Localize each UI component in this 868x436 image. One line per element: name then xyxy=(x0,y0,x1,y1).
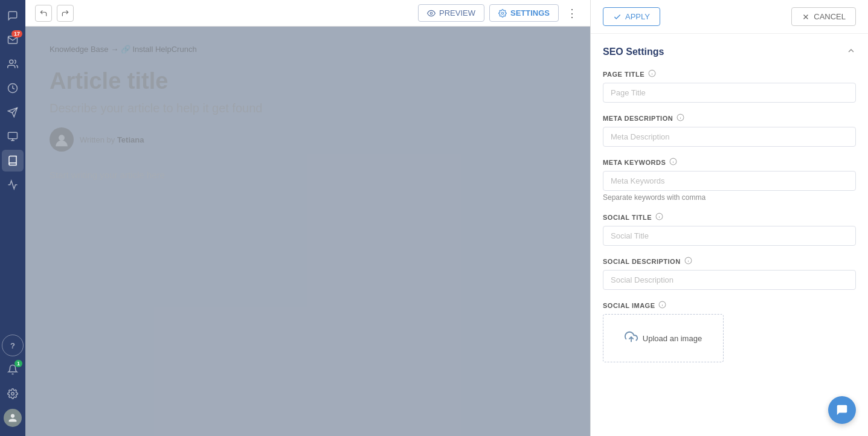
chat-support-button[interactable] xyxy=(828,396,856,424)
sidebar-icon-settings[interactable] xyxy=(2,383,24,405)
upload-label: Upload an image xyxy=(643,334,702,343)
inbox-badge: 17 xyxy=(11,30,22,37)
page-title-input[interactable] xyxy=(603,83,856,103)
collapse-icon[interactable] xyxy=(846,46,856,57)
sidebar-icon-notifications[interactable]: 1 xyxy=(2,359,24,380)
cancel-button[interactable]: CANCEL xyxy=(791,7,856,26)
meta-description-label: META DESCRIPTION xyxy=(603,114,856,123)
meta-description-help-icon[interactable] xyxy=(677,114,684,123)
meta-keywords-field-group: META KEYWORDS Separate keywords with com… xyxy=(603,158,856,202)
seo-section-title: SEO Settings xyxy=(603,46,856,57)
svg-rect-4 xyxy=(8,132,18,139)
sidebar-icon-inbox[interactable]: 17 xyxy=(2,29,24,51)
sidebar-icon-send[interactable] xyxy=(2,101,24,123)
social-title-label: SOCIAL TITLE xyxy=(603,213,856,222)
topbar-actions: PREVIEW SETTINGS xyxy=(418,4,559,22)
sidebar-icon-monitor[interactable] xyxy=(2,126,24,147)
meta-keywords-label: META KEYWORDS xyxy=(603,158,856,167)
svg-point-8 xyxy=(430,12,432,14)
social-description-field-group: SOCIAL DESCRIPTION xyxy=(603,257,856,290)
sidebar-icon-activity[interactable] xyxy=(2,174,24,196)
meta-keywords-input[interactable] xyxy=(603,171,856,191)
social-title-help-icon[interactable] xyxy=(655,213,663,222)
meta-description-input[interactable] xyxy=(603,127,856,147)
sidebar-icon-chat[interactable] xyxy=(2,5,24,27)
main-content-area: PREVIEW SETTINGS ⋮ Knowledge Base → 🔗 In… xyxy=(25,0,590,436)
social-description-input[interactable] xyxy=(603,270,856,290)
undo-button[interactable] xyxy=(35,5,52,22)
social-description-label: SOCIAL DESCRIPTION xyxy=(603,257,856,266)
seo-panel-body: SEO Settings PAGE TITLE META DESCRIPTION xyxy=(591,34,868,385)
sidebar-icon-contacts[interactable] xyxy=(2,53,24,75)
social-title-input[interactable] xyxy=(603,226,856,246)
sidebar-icon-help[interactable]: ? xyxy=(2,335,24,356)
upload-icon xyxy=(625,330,638,347)
more-options-button[interactable]: ⋮ xyxy=(564,5,580,22)
sidebar-icon-book[interactable] xyxy=(2,150,24,172)
preview-button[interactable]: PREVIEW xyxy=(418,4,484,22)
sidebar: 17 ? 1 xyxy=(0,0,25,436)
svg-point-0 xyxy=(10,60,13,63)
apply-button[interactable]: APPLY xyxy=(603,7,660,26)
user-avatar xyxy=(4,409,22,427)
social-title-field-group: SOCIAL TITLE xyxy=(603,213,856,246)
sidebar-icon-history[interactable] xyxy=(2,77,24,99)
redo-button[interactable] xyxy=(57,5,74,22)
social-image-help-icon[interactable] xyxy=(658,301,666,310)
main-overlay xyxy=(25,0,590,436)
meta-description-field-group: META DESCRIPTION xyxy=(603,114,856,147)
page-title-field-group: PAGE TITLE xyxy=(603,69,856,103)
topbar: PREVIEW SETTINGS ⋮ xyxy=(25,0,590,27)
social-image-label: SOCIAL IMAGE xyxy=(603,301,856,310)
page-title-label: PAGE TITLE xyxy=(603,69,856,79)
svg-point-7 xyxy=(11,393,14,396)
svg-point-9 xyxy=(501,12,504,14)
social-description-help-icon[interactable] xyxy=(684,257,692,266)
seo-panel-header: APPLY CANCEL xyxy=(591,0,868,34)
sidebar-avatar[interactable] xyxy=(2,407,24,429)
settings-button[interactable]: SETTINGS xyxy=(489,4,559,22)
upload-image-button[interactable]: Upload an image xyxy=(603,314,724,362)
social-image-field-group: SOCIAL IMAGE Upload an image xyxy=(603,301,856,362)
meta-keywords-hint: Separate keywords with comma xyxy=(603,193,856,202)
seo-panel: APPLY CANCEL SEO Settings PAGE TITLE xyxy=(590,0,868,436)
page-title-help-icon[interactable] xyxy=(648,69,656,79)
seo-section-heading: SEO Settings xyxy=(603,46,664,57)
notifications-badge: 1 xyxy=(14,360,22,367)
meta-keywords-help-icon[interactable] xyxy=(669,158,677,167)
